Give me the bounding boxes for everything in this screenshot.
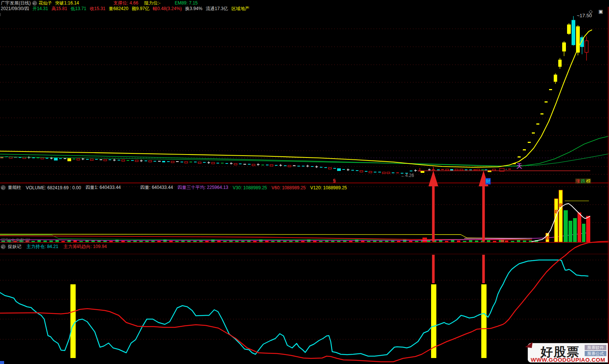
v30-value: V30: 1088989.25	[233, 185, 267, 190]
chevron-circle-icon[interactable]: ⌄	[1, 185, 6, 190]
sky-marker: 天	[516, 163, 522, 170]
price-low-label: ←4.26	[401, 173, 414, 178]
siliang30-value: 四量三十平均: 225964.13	[178, 184, 228, 191]
v60-value: V60: 1088989.25	[272, 185, 306, 190]
zhuayaoji-panel-header: ⌄ 捉妖记 主力持仓: 84.21 主力筹码趋向: 109.94	[1, 244, 107, 250]
siliang1-value: 四量1: 640433.44	[85, 184, 121, 191]
rank-board-link[interactable]: 涨跌榜	[575, 178, 591, 184]
v120-value: V120: 1088989.25	[310, 185, 347, 190]
volume-indicator-name[interactable]: 量能柱	[8, 184, 21, 191]
taskbar-corner	[0, 361, 4, 364]
future-data-warning: 用到未来数据	[1, 237, 30, 244]
siliang-value: 四量: 640433.44	[140, 184, 173, 191]
rank-board-char: 跌	[581, 178, 586, 184]
logo-badge-software: 股票软件	[585, 345, 606, 350]
logo-ribbon	[525, 341, 533, 348]
cai-signal-badge: 财	[485, 178, 491, 184]
logo-badge-formula: 股票公式	[585, 351, 606, 356]
zhuayaoji-indicator-name[interactable]: 捉妖记	[8, 244, 21, 250]
price-high-label: ~17.50	[577, 13, 592, 18]
logo-url[interactable]: WWW.GOODGUPIAO.COM	[531, 357, 605, 363]
svg-text:→: →	[504, 166, 507, 171]
trading-app-window: { "title_bar": { "stock_name": "广宇发展(日线)…	[0, 0, 609, 364]
rank-board-char: 榜	[586, 178, 591, 184]
volume-panel-header: ⌄ 量能柱 VOLUME: 682419.69 : 0.00 四量1: 6404…	[1, 185, 347, 190]
main-holding-value: 主力持仓: 84.21	[27, 244, 58, 250]
volume-value: VOLUME: 682419.69 : 0.00	[26, 185, 81, 190]
chip-trend-value: 主力筹码趋向: 109.94	[64, 244, 107, 250]
section-marker: §	[333, 178, 336, 183]
window-right-border	[608, 7, 609, 364]
chart-canvas[interactable]: →BBB	[0, 0, 609, 364]
chevron-circle-icon[interactable]: ⌄	[1, 244, 6, 249]
goodgupiao-logo[interactable]: 好股票 股票软件 股票公式 WWW.GOODGUPIAO.COM	[528, 343, 609, 363]
rank-board-char: 涨	[575, 178, 581, 184]
